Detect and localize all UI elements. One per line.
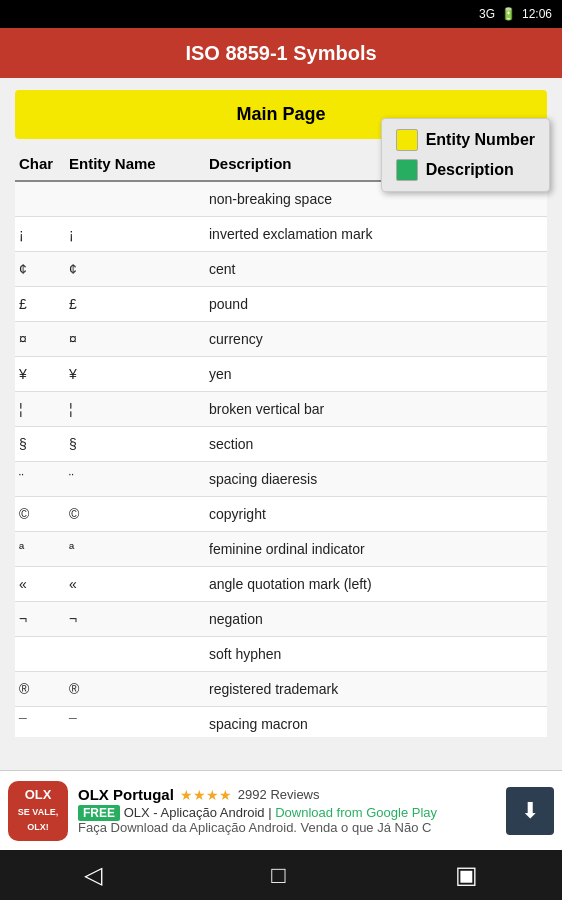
cell-char: ¦ — [15, 392, 65, 427]
cell-description: registered trademark — [205, 672, 547, 707]
cell-char: © — [15, 497, 65, 532]
ad-stars: ★★★★ — [180, 787, 232, 803]
battery-indicator: 🔋 — [501, 7, 516, 21]
cell-char: ¡ — [15, 217, 65, 252]
cell-char: ª — [15, 532, 65, 567]
ad-logo-text: OLXSE VALE, OLX! — [8, 787, 68, 834]
navigation-bar: ◁ □ ▣ — [0, 850, 562, 900]
download-icon: ⬇ — [521, 798, 539, 824]
table-row: ¡ ¡ inverted exclamation mark — [15, 217, 547, 252]
cell-entity-name: ­ — [65, 637, 205, 672]
title-bar: ISO 8859-1 Symbols — [0, 28, 562, 78]
cell-entity-name: £ — [65, 287, 205, 322]
cell-description: spacing diaeresis — [205, 462, 547, 497]
cell-description: broken vertical bar — [205, 392, 547, 427]
cell-entity-name: ¥ — [65, 357, 205, 392]
description-label: Description — [426, 161, 514, 179]
table-row: ­ soft hyphen — [15, 637, 547, 672]
table-row: £ £ pound — [15, 287, 547, 322]
cell-entity-name: ¨ — [65, 462, 205, 497]
cell-entity-name: ® — [65, 672, 205, 707]
time-display: 12:06 — [522, 7, 552, 21]
ad-desc-line1: FREE OLX - Aplicação Android | Download … — [78, 805, 496, 820]
cell-description: angle quotation mark (left) — [205, 567, 547, 602]
table-row: ¨ ¨ spacing diaeresis — [15, 462, 547, 497]
cell-entity-name — [65, 181, 205, 217]
cell-char: « — [15, 567, 65, 602]
cell-entity-name: ¦ — [65, 392, 205, 427]
col-header-entity-name: Entity Name — [65, 147, 205, 181]
cell-entity-name: ¬ — [65, 602, 205, 637]
description-color-box — [396, 159, 418, 181]
ad-app-name: OLX Portugal — [78, 786, 174, 803]
ad-title-row: OLX Portugal ★★★★ 2992 Reviews — [78, 786, 496, 803]
cell-entity-name: « — [65, 567, 205, 602]
cell-char: ¯ — [15, 707, 65, 738]
legend-entity-number-item: Entity Number — [396, 129, 535, 151]
status-bar: 3G 🔋 12:06 — [0, 0, 562, 28]
table-row: ¯ ¯ spacing macron — [15, 707, 547, 738]
cell-char: ¥ — [15, 357, 65, 392]
cell-entity-name: ¡ — [65, 217, 205, 252]
cell-entity-name: ¯ — [65, 707, 205, 738]
col-header-char: Char — [15, 147, 65, 181]
signal-indicator: 3G — [479, 7, 495, 21]
table-row: ® ® registered trademark — [15, 672, 547, 707]
cell-description: cent — [205, 252, 547, 287]
cell-char: ® — [15, 672, 65, 707]
ad-logo: OLXSE VALE, OLX! — [8, 781, 68, 841]
cell-description: soft hyphen — [205, 637, 547, 672]
table-row: ¬ ¬ negation — [15, 602, 547, 637]
ad-desc-text: OLX - Aplicação Android | — [124, 805, 272, 820]
cell-description: pound — [205, 287, 547, 322]
cell-description: currency — [205, 322, 547, 357]
ad-banner[interactable]: OLXSE VALE, OLX! OLX Portugal ★★★★ 2992 … — [0, 770, 562, 850]
table-row: § § section — [15, 427, 547, 462]
ad-download-button[interactable]: ⬇ — [506, 787, 554, 835]
entity-number-color-box — [396, 129, 418, 151]
ad-download-link[interactable]: Download from Google Play — [275, 805, 437, 820]
table-row: ª ª feminine ordinal indicator — [15, 532, 547, 567]
table-row: ¥ ¥ yen — [15, 357, 547, 392]
ad-content: OLX Portugal ★★★★ 2992 Reviews FREE OLX … — [78, 786, 496, 835]
cell-description: feminine ordinal indicator — [205, 532, 547, 567]
nav-back-button[interactable]: ◁ — [84, 861, 102, 889]
nav-recent-button[interactable]: ▣ — [455, 861, 478, 889]
cell-entity-name: ¤ — [65, 322, 205, 357]
cell-char: ¬ — [15, 602, 65, 637]
table-row: ¢ ¢ cent — [15, 252, 547, 287]
cell-description: copyright — [205, 497, 547, 532]
cell-char: § — [15, 427, 65, 462]
symbols-table: Char Entity Name Description non-breakin… — [15, 147, 547, 737]
nav-home-button[interactable]: □ — [271, 861, 286, 889]
cell-char: ¤ — [15, 322, 65, 357]
table-row: « « angle quotation mark (left) — [15, 567, 547, 602]
entity-number-label: Entity Number — [426, 131, 535, 149]
cell-description: negation — [205, 602, 547, 637]
cell-entity-name: ª — [65, 532, 205, 567]
table-row: © © copyright — [15, 497, 547, 532]
legend-description-item: Description — [396, 159, 535, 181]
cell-description: section — [205, 427, 547, 462]
cell-description: yen — [205, 357, 547, 392]
legend-popup: Entity Number Description — [381, 118, 550, 192]
ad-reviews: 2992 Reviews — [238, 787, 320, 802]
app-title: ISO 8859-1 Symbols — [185, 42, 376, 65]
ad-desc-line2: Faça Download da Aplicação Android. Vend… — [78, 820, 496, 835]
symbols-table-container: Char Entity Name Description non-breakin… — [0, 147, 562, 737]
cell-char: £ — [15, 287, 65, 322]
cell-entity-name: § — [65, 427, 205, 462]
cell-char — [15, 181, 65, 217]
table-row: ¦ ¦ broken vertical bar — [15, 392, 547, 427]
cell-char: ¢ — [15, 252, 65, 287]
cell-entity-name: © — [65, 497, 205, 532]
table-row: ¤ ¤ currency — [15, 322, 547, 357]
cell-char: ¨ — [15, 462, 65, 497]
ad-free-badge: FREE — [78, 805, 120, 821]
cell-entity-name: ¢ — [65, 252, 205, 287]
cell-description: spacing macron — [205, 707, 547, 738]
cell-description: inverted exclamation mark — [205, 217, 547, 252]
cell-char — [15, 637, 65, 672]
